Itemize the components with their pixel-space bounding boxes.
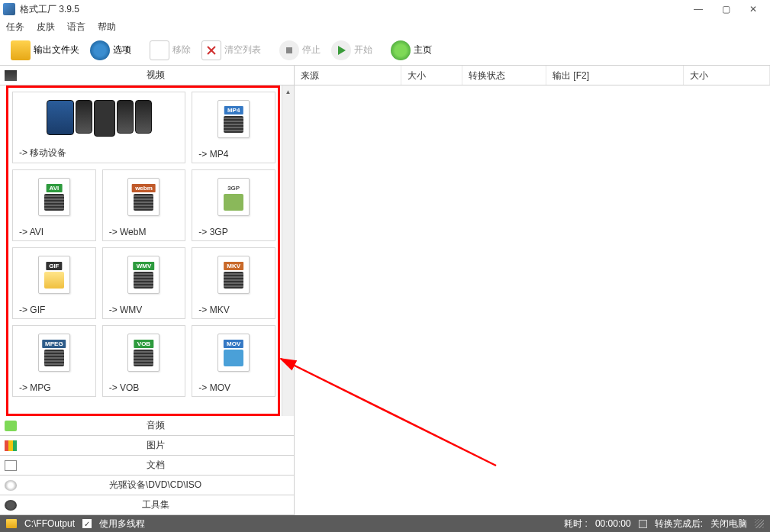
elapsed-value: 00:00:00 [595,518,631,529]
clear-button[interactable]: 清空列表 [197,38,266,63]
multithread-label: 使用多线程 [99,517,145,530]
tile-wmv[interactable]: WMV -> WMV [102,247,186,319]
tile-gif-label: -> GIF [13,301,95,318]
tile-mkv-label: -> MKV [192,301,275,318]
document-icon [150,40,169,60]
music-icon [5,421,17,431]
options-label: 选项 [113,44,131,56]
tile-webm-label: -> WebM [103,224,185,240]
multithread-checkbox[interactable]: ✓ [82,519,92,528]
tile-webm[interactable]: webm -> WebM [102,169,186,241]
left-panel: 视频 ▲ -> 移动设备 MP4 [0,66,295,515]
table-header: 来源 大小 转换状态 输出 [F2] 大小 [295,66,770,85]
menu-task[interactable]: 任务 [6,21,24,34]
tile-mkv[interactable]: MKV -> MKV [192,247,275,319]
after-done-label: 转换完成后: [655,517,703,530]
home-label: 主页 [414,44,432,56]
category-video-label: 视频 [21,69,289,82]
image-icon [5,440,17,451]
tile-vob-label: -> VOB [103,379,185,396]
device-icon [94,100,115,137]
tablet-icon [47,100,74,135]
category-audio[interactable]: 音频 [0,416,294,436]
category-disc[interactable]: 光驱设备\DVD\CD\ISO [0,476,294,495]
shutdown-label: 关闭电脑 [710,517,747,530]
remove-label: 移除 [172,44,191,56]
toolbar: 输出文件夹 选项 移除 清空列表 停止 开始 主页 [0,35,770,66]
format-grid-area: ▲ -> 移动设备 MP4 -> MP4 [0,85,294,416]
phone-icon [76,100,92,134]
tools-icon [5,500,17,511]
output-folder-label: 输出文件夹 [34,44,79,56]
tile-vob[interactable]: VOB -> VOB [102,325,186,397]
tile-gif[interactable]: GIF -> GIF [12,247,96,319]
menu-skin[interactable]: 皮肤 [37,21,55,34]
category-image-label: 图片 [21,439,289,452]
clear-label: 清空列表 [224,44,261,56]
play-icon [331,40,351,60]
start-label: 开始 [354,44,372,56]
menubar: 任务 皮肤 语言 帮助 [0,18,770,35]
minimize-button[interactable]: — [685,2,712,17]
phone-icon [135,100,152,134]
disc-icon [5,480,17,491]
elapsed-label: 耗时 : [564,517,588,530]
col-output[interactable]: 输出 [F2] [546,66,684,85]
film-icon [5,70,17,81]
tile-avi-label: -> AVI [13,224,95,240]
maximize-button[interactable]: ▢ [712,2,739,17]
output-folder-button[interactable]: 输出文件夹 [6,38,84,63]
globe-icon [391,40,411,60]
scrollbar[interactable]: ▲ [282,85,294,416]
tile-mp4[interactable]: MP4 -> MP4 [192,92,275,163]
tile-mobile-label: -> 移动设备 [13,143,185,163]
scroll-up-icon[interactable]: ▲ [282,85,294,98]
options-button[interactable]: 选项 [85,38,136,63]
col-source[interactable]: 来源 [295,66,401,85]
clear-icon [201,40,221,60]
stop-label: 停止 [302,44,321,56]
stop-icon [279,40,299,60]
format-grid: -> 移动设备 MP4 -> MP4 AVI -> AVI webm -> We… [12,92,275,397]
category-image[interactable]: 图片 [0,436,294,456]
stop-button[interactable]: 停止 [275,38,325,63]
resize-grip[interactable] [755,519,764,528]
menu-lang[interactable]: 语言 [67,21,85,34]
phone-icon [117,100,134,134]
tile-mobile[interactable]: -> 移动设备 [12,92,185,163]
document-icon [5,460,17,471]
tile-mov[interactable]: MOV -> MOV [192,325,275,397]
task-list-empty [295,85,770,515]
category-video[interactable]: 视频 [0,66,294,85]
tile-mpg-label: -> MPG [13,379,95,396]
statusbar: C:\FFOutput ✓ 使用多线程 耗时 : 00:00:00 转换完成后:… [0,515,770,532]
tile-mpg[interactable]: MPEG -> MPG [12,325,96,397]
tile-avi[interactable]: AVI -> AVI [12,169,96,241]
menu-help[interactable]: 帮助 [98,21,116,34]
window-title: 格式工厂 3.9.5 [20,3,685,16]
category-audio-label: 音频 [21,419,289,432]
category-disc-label: 光驱设备\DVD\CD\ISO [21,479,289,492]
tile-3gp[interactable]: 3GP -> 3GP [192,169,275,241]
tile-wmv-label: -> WMV [103,301,185,318]
folder-icon [6,519,17,528]
titlebar: 格式工厂 3.9.5 — ▢ ✕ [0,0,770,18]
right-panel: 来源 大小 转换状态 输出 [F2] 大小 [295,66,770,515]
app-icon [3,3,15,15]
output-path[interactable]: C:\FFOutput [24,518,75,529]
shutdown-checkbox[interactable] [639,520,647,528]
tile-mp4-label: -> MP4 [192,146,275,163]
start-button[interactable]: 开始 [327,38,377,63]
col-size[interactable]: 大小 [401,66,462,85]
home-button[interactable]: 主页 [386,38,437,63]
close-button[interactable]: ✕ [739,2,767,17]
folder-icon [11,40,31,60]
remove-button[interactable]: 移除 [145,38,195,63]
category-document-label: 文档 [21,459,289,472]
tile-3gp-label: -> 3GP [192,224,275,240]
category-document[interactable]: 文档 [0,456,294,476]
main-area: 视频 ▲ -> 移动设备 MP4 [0,66,770,515]
category-tools[interactable]: 工具集 [0,495,294,515]
col-state[interactable]: 转换状态 [462,66,546,85]
col-big[interactable]: 大小 [684,66,770,85]
